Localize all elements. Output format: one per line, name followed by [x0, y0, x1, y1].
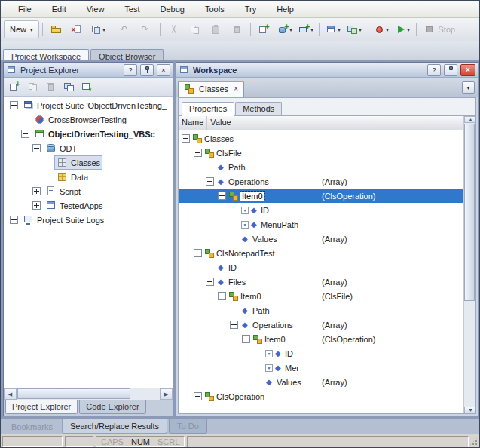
explorer-bottom-tab[interactable]: Code Explorer — [79, 400, 145, 414]
grid-row[interactable]: ClsOperation — [179, 389, 464, 404]
toolbar-button[interactable] — [136, 20, 157, 38]
grid-expander[interactable] — [206, 278, 214, 286]
toolbar-button[interactable] — [115, 20, 136, 38]
scroll-right-button[interactable]: ▶ — [160, 388, 173, 400]
grid-expander[interactable] — [242, 335, 250, 343]
toolbar-button[interactable] — [88, 20, 109, 38]
menu-item[interactable]: Try — [231, 3, 261, 15]
bottom-panel-tab[interactable]: To Do — [169, 419, 207, 434]
toolbar-button[interactable] — [164, 20, 184, 38]
grid-row[interactable]: ID — [179, 203, 464, 217]
scroll-left-button[interactable]: ◀ — [4, 388, 17, 400]
new-button[interactable]: New — [4, 20, 39, 38]
tree-item[interactable]: Classes — [4, 155, 173, 170]
tree-expander[interactable] — [10, 101, 18, 109]
help-button[interactable]: ? — [427, 64, 441, 76]
grid-row[interactable]: Operations (Array) — [179, 318, 464, 332]
tree-expander[interactable] — [10, 216, 18, 224]
grid-row[interactable]: Item0 (ClsFile) — [179, 289, 464, 303]
menu-item[interactable]: Test — [110, 3, 145, 15]
tree-item[interactable]: Project Suite 'ObjectDrivenTesting_ — [4, 98, 173, 112]
menu-item[interactable]: Help — [262, 3, 299, 15]
toolbar-button[interactable] — [185, 20, 205, 38]
tree-item[interactable]: Data — [4, 170, 173, 184]
grid-row[interactable]: Values (Array) — [179, 232, 464, 246]
grid-expander[interactable] — [194, 149, 202, 157]
toolbar-button[interactable] — [46, 20, 66, 38]
tree-expander[interactable] — [21, 130, 29, 138]
tree-expander[interactable] — [32, 144, 41, 152]
pin-button[interactable] — [140, 64, 154, 76]
grid-expander[interactable] — [182, 134, 190, 143]
bottom-panel-tab[interactable]: Bookmarks — [4, 419, 60, 434]
grid-row[interactable]: ClsFile — [179, 146, 464, 160]
toolbar-button[interactable] — [371, 20, 392, 38]
toolbar-button[interactable] — [323, 20, 344, 38]
explorer-bottom-tab[interactable]: Project Explorer — [5, 400, 78, 414]
help-button[interactable]: ? — [124, 64, 137, 76]
toolbar-button[interactable] — [344, 20, 365, 38]
scrollbar-thumb[interactable] — [464, 124, 475, 301]
grid-row[interactable]: Classes — [179, 131, 464, 146]
grid-row[interactable]: Operations (Array) — [179, 174, 464, 189]
inner-tab[interactable]: Methods — [235, 102, 282, 115]
toolbar-button[interactable] — [319, 23, 320, 36]
horizontal-scrollbar[interactable]: ◀ ▶ — [4, 388, 173, 400]
scroll-up-button[interactable]: ▲ — [464, 116, 475, 123]
toolbar-button[interactable] — [250, 23, 251, 36]
grid-expander[interactable] — [218, 192, 226, 200]
inner-tab[interactable]: Properties — [182, 102, 234, 116]
grid-column-header[interactable]: Name — [179, 116, 207, 130]
menu-item[interactable]: Tools — [191, 3, 230, 15]
grid-row[interactable]: Item0 (ClsOperation) — [179, 332, 464, 346]
scrollbar-track[interactable] — [464, 123, 475, 407]
toolbar-button[interactable] — [296, 20, 316, 38]
grid-row[interactable]: Path — [179, 160, 464, 174]
scrollbar-track[interactable] — [17, 388, 160, 400]
tree-item[interactable]: Script — [4, 184, 173, 198]
tree-item[interactable]: ObjectDrivenTesting_VBSc — [4, 127, 173, 141]
toolbar-button[interactable] — [206, 20, 226, 38]
scrollbar-thumb[interactable] — [17, 388, 130, 399]
close-panel-button[interactable]: × — [157, 64, 170, 76]
grid-expander[interactable] — [230, 321, 238, 329]
menu-item[interactable]: File — [4, 3, 37, 15]
grid-expander[interactable] — [194, 392, 202, 400]
grid-row[interactable]: ID — [179, 260, 464, 275]
explorer-toolbar-button[interactable] — [6, 78, 23, 95]
grid-column-header[interactable]: Value — [207, 116, 464, 130]
tree-expander[interactable] — [32, 187, 41, 195]
menu-item[interactable]: Debug — [146, 3, 190, 15]
grid-row[interactable]: Path — [179, 303, 464, 318]
toolbar-button[interactable] — [368, 23, 368, 36]
toolbar-button[interactable] — [416, 23, 417, 36]
toolbar-button[interactable] — [393, 20, 413, 38]
explorer-toolbar-button[interactable] — [78, 78, 95, 95]
grid-row[interactable]: Mer — [179, 361, 464, 375]
grid-row[interactable]: ID — [179, 346, 464, 361]
menu-item[interactable]: Edit — [38, 3, 72, 15]
toolbar-button[interactable] — [160, 23, 161, 36]
close-tab-icon[interactable]: × — [234, 85, 238, 93]
tab-list-button[interactable]: ▾ — [462, 81, 475, 94]
document-tab-classes[interactable]: Classes × — [178, 81, 244, 97]
toolbar-button[interactable] — [254, 20, 274, 38]
explorer-toolbar-button[interactable] — [24, 78, 41, 95]
grid-expander[interactable] — [218, 292, 226, 300]
pin-button[interactable] — [444, 64, 457, 76]
toolbar-button[interactable] — [227, 20, 247, 38]
tree-item[interactable]: Project Suite Logs — [4, 213, 173, 227]
close-workspace-button[interactable]: × — [460, 64, 475, 76]
stop-button[interactable]: Stop — [420, 21, 460, 38]
grid-expander[interactable] — [194, 249, 202, 257]
grid-row[interactable]: Files (Array) — [179, 275, 464, 289]
grid-row[interactable]: Values (Array) — [179, 375, 464, 389]
tree-expander[interactable] — [32, 201, 41, 210]
grid-row[interactable]: MenuPath — [179, 217, 464, 232]
menu-item[interactable]: View — [72, 3, 110, 15]
toolbar-button[interactable] — [275, 20, 295, 38]
explorer-toolbar-button[interactable] — [60, 78, 77, 95]
scroll-down-button[interactable]: ▼ — [464, 407, 475, 413]
grid-expander[interactable] — [206, 177, 214, 186]
tree-item[interactable]: TestedApps — [4, 198, 173, 213]
